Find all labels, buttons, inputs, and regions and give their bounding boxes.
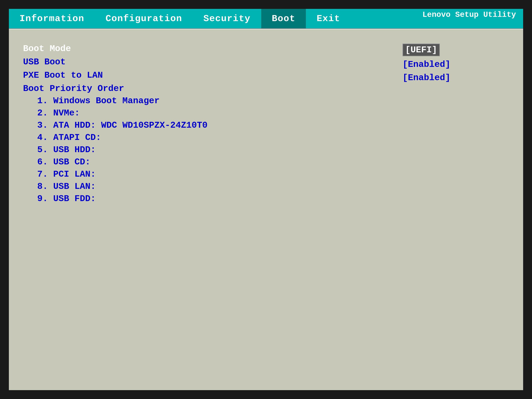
app-title: Lenovo Setup Utility	[422, 10, 516, 19]
boot-priority-label: Boot Priority Order	[23, 83, 403, 94]
boot-item-2[interactable]: 2. NVMe:	[23, 108, 403, 118]
menu-bar: Information Configuration Security Boot …	[9, 9, 523, 28]
boot-item-9[interactable]: 9. USB FDD:	[23, 194, 403, 204]
boot-item-8[interactable]: 8. USB LAN:	[23, 181, 403, 191]
usb-boot-value-container: [Enabled]	[403, 59, 509, 70]
pxe-boot-label: PXE Boot to LAN	[23, 70, 144, 80]
pxe-boot-value-container: [Enabled]	[403, 73, 509, 83]
left-column: Boot Mode USB Boot PXE Boot to LAN Boot …	[23, 44, 403, 207]
bios-screen: Information Configuration Security Boot …	[9, 9, 523, 390]
boot-item-5[interactable]: 5. USB HDD:	[23, 145, 403, 155]
boot-mode-value-container: [UEFI]	[403, 44, 509, 56]
boot-mode-value: [UEFI]	[403, 44, 440, 56]
tab-exit[interactable]: Exit	[306, 9, 351, 28]
boot-item-4[interactable]: 4. ATAPI CD:	[23, 133, 403, 143]
boot-item-6[interactable]: 6. USB CD:	[23, 157, 403, 167]
content-area: Boot Mode USB Boot PXE Boot to LAN Boot …	[9, 29, 523, 390]
boot-item-7[interactable]: 7. PCI LAN:	[23, 169, 403, 179]
pxe-boot-value: [Enabled]	[403, 73, 450, 83]
pxe-boot-row[interactable]: PXE Boot to LAN	[23, 70, 403, 80]
boot-item-3[interactable]: 3. ATA HDD: WDC WD10SPZX-24Z10T0	[23, 120, 403, 130]
usb-boot-row[interactable]: USB Boot	[23, 57, 403, 67]
boot-item-1[interactable]: 1. Windows Boot Manager	[23, 96, 403, 106]
boot-mode-label: Boot Mode	[23, 44, 144, 54]
tab-boot[interactable]: Boot	[261, 9, 306, 28]
boot-mode-row: Boot Mode	[23, 44, 403, 54]
usb-boot-value: [Enabled]	[403, 59, 450, 70]
tab-configuration[interactable]: Configuration	[95, 9, 193, 28]
right-column: [UEFI] [Enabled] [Enabled]	[403, 44, 509, 207]
boot-priority-section: Boot Priority Order 1. Windows Boot Mana…	[23, 83, 403, 204]
tab-information[interactable]: Information	[9, 9, 95, 28]
usb-boot-label: USB Boot	[23, 57, 144, 67]
tab-security[interactable]: Security	[193, 9, 261, 28]
main-layout: Boot Mode USB Boot PXE Boot to LAN Boot …	[23, 44, 509, 207]
